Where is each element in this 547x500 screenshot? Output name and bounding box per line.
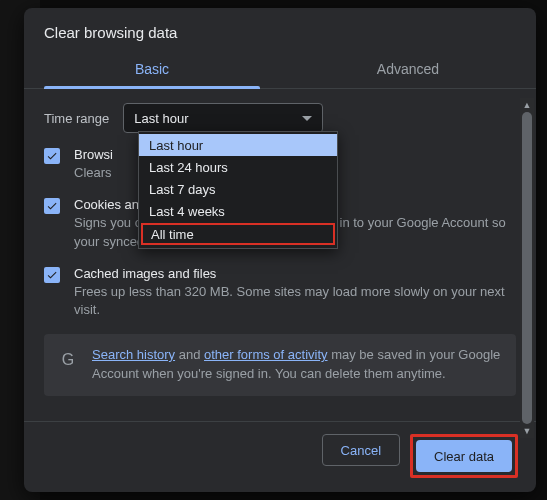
checkbox-browsing-history[interactable]: [44, 148, 60, 164]
item-text: Cached images and files Frees up less th…: [74, 266, 516, 321]
clear-browsing-data-dialog: Clear browsing data Basic Advanced Time …: [24, 8, 536, 492]
option-last-hour[interactable]: Last hour: [139, 134, 337, 156]
item-text: Browsi Clears: [74, 147, 113, 183]
info-text: Search history and other forms of activi…: [92, 346, 502, 384]
option-last-7-days[interactable]: Last 7 days: [139, 178, 337, 200]
check-icon: [46, 269, 58, 281]
checkbox-cached[interactable]: [44, 267, 60, 283]
time-range-select[interactable]: Last hour: [123, 103, 323, 133]
check-icon: [46, 150, 58, 162]
dialog-footer: Cancel Clear data: [24, 421, 536, 492]
check-icon: [46, 200, 58, 212]
item-cached: Cached images and files Frees up less th…: [44, 266, 516, 321]
dialog-body: Time range Last hour Last hour Last 24 h…: [24, 89, 536, 421]
scrollbar[interactable]: ▲ ▼: [520, 98, 534, 438]
option-all-time[interactable]: All time: [141, 223, 335, 245]
option-last-24-hours[interactable]: Last 24 hours: [139, 156, 337, 178]
checkbox-cookies[interactable]: [44, 198, 60, 214]
item-desc: Frees up less than 320 MB. Some sites ma…: [74, 283, 516, 321]
google-icon: G: [58, 350, 78, 370]
time-range-row: Time range Last hour: [44, 103, 516, 133]
time-range-dropdown: Last hour Last 24 hours Last 7 days Last…: [138, 131, 338, 249]
option-last-4-weeks[interactable]: Last 4 weeks: [139, 200, 337, 222]
dialog-title: Clear browsing data: [24, 8, 536, 51]
clear-data-button[interactable]: Clear data: [416, 440, 512, 472]
time-range-label: Time range: [44, 111, 109, 126]
scrollbar-thumb[interactable]: [522, 112, 532, 424]
link-other-activity[interactable]: other forms of activity: [204, 347, 328, 362]
link-search-history[interactable]: Search history: [92, 347, 175, 362]
tab-basic[interactable]: Basic: [24, 51, 280, 88]
chevron-down-icon: [302, 116, 312, 121]
item-title: Cached images and files: [74, 266, 516, 281]
item-desc: Clears: [74, 164, 113, 183]
clear-data-highlight: Clear data: [410, 434, 518, 478]
time-range-value: Last hour: [134, 111, 188, 126]
scroll-down-icon[interactable]: ▼: [520, 424, 534, 438]
info-box: G Search history and other forms of acti…: [44, 334, 516, 396]
item-title: Browsi: [74, 147, 113, 162]
scroll-up-icon[interactable]: ▲: [520, 98, 534, 112]
tab-advanced[interactable]: Advanced: [280, 51, 536, 88]
cancel-button[interactable]: Cancel: [322, 434, 400, 466]
tabs: Basic Advanced: [24, 51, 536, 89]
